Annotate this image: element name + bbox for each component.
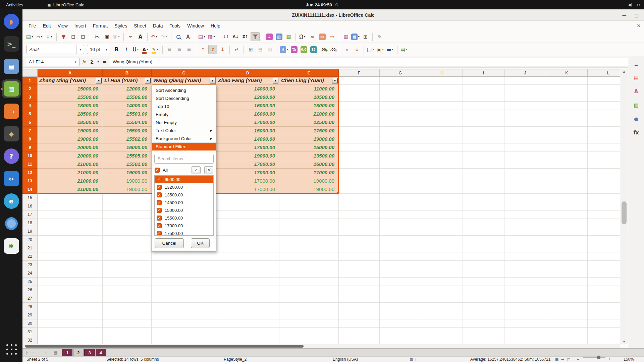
cell-K4[interactable] [546,102,588,110]
cell-E21[interactable] [279,244,339,252]
cell-I16[interactable] [463,202,504,210]
insert-chart-button[interactable]: ▥ [274,32,283,41]
row-header-22[interactable]: 22 [22,252,38,261]
filter-value-15000.00[interactable]: ✓15000.00 [155,206,213,214]
cell-E29[interactable] [279,311,339,319]
column-header-L[interactable]: L [588,69,620,77]
row-header-1[interactable]: 1 [22,77,38,85]
cell-F7[interactable] [339,127,380,135]
cell-D21[interactable] [216,244,279,252]
cell-G4[interactable] [380,102,421,110]
column-header-B[interactable]: B [103,69,152,77]
dropdown-arrow-icon[interactable]: ▾ [136,48,139,51]
cell-A24[interactable] [38,269,103,278]
cell-B8[interactable]: 15502.00 [103,135,152,143]
cell-E17[interactable] [279,210,339,219]
filter-button-C[interactable]: ▼ [210,78,215,83]
cell-I12[interactable] [463,169,504,177]
cell-G6[interactable] [380,118,421,127]
cell-B13[interactable]: 19000.00 [103,177,152,185]
cell-F4[interactable] [339,102,380,110]
terminal-icon[interactable]: >_ [2,35,21,53]
all-checkbox-checked-icon[interactable]: ✓ [155,168,160,173]
clear-formatting-button[interactable]: A [136,32,145,41]
filter-menu-item-top-10[interactable]: Top 10 [152,102,216,110]
cell-L29[interactable] [588,311,620,319]
cell-E23[interactable] [279,261,339,269]
cell-C27[interactable] [152,294,216,303]
cell-H19[interactable] [421,227,463,236]
cell-B24[interactable] [103,269,152,278]
view-mode-icon[interactable]: ▦ [555,357,558,362]
cell-G8[interactable] [380,135,421,143]
cell-L10[interactable] [588,152,620,160]
cell-J28[interactable] [504,303,546,311]
name-box[interactable]: A1:E14 ▾ [26,58,79,66]
cell-D6[interactable]: 17000.00 [216,118,279,127]
dropdown-arrow-icon[interactable]: ▾ [50,35,53,38]
cell-B19[interactable] [103,227,152,236]
cell-A5[interactable]: 18500.00 [38,110,103,118]
cell-E28[interactable] [279,303,339,311]
cell-D10[interactable]: 19000.00 [216,152,279,160]
cell-E7[interactable]: 17500.00 [279,127,339,135]
cell-G28[interactable] [380,303,421,311]
cell-A18[interactable] [38,219,103,227]
cell-K13[interactable] [546,177,588,185]
os-app-indicator[interactable]: ▣ LibreOffice Calc [47,2,84,7]
dropdown-arrow-icon[interactable]: ▾ [303,35,306,38]
row-header-19[interactable]: 19 [22,227,38,236]
cell-K21[interactable] [546,244,588,252]
cell-L11[interactable] [588,160,620,169]
cell-F11[interactable] [339,160,380,169]
cell-G32[interactable] [380,336,421,344]
cell-A20[interactable] [38,236,103,244]
cell-J20[interactable] [504,236,546,244]
checkbox-checked-icon[interactable]: ✓ [157,231,162,236]
cell-E6[interactable]: 12500.00 [279,118,339,127]
cell-I11[interactable] [463,160,504,169]
sort-descending-button[interactable]: Z↑ [241,32,250,41]
cell-A32[interactable] [38,336,103,344]
cell-F28[interactable] [339,303,380,311]
menu-edit[interactable]: Edit [40,21,54,31]
cell-L14[interactable] [588,185,620,194]
cell-D5[interactable]: 16000.00 [216,110,279,118]
italic-button[interactable]: I [122,45,131,54]
cell-H3[interactable] [421,93,463,102]
cell-K12[interactable] [546,169,588,177]
cell-A29[interactable] [38,311,103,319]
new-sheet-button[interactable]: ▦ [52,350,59,356]
row-header-25[interactable]: 25 [22,278,38,286]
cell-C25[interactable] [152,278,216,286]
cell-I2[interactable] [463,85,504,93]
borders-button[interactable]: □▾ [366,45,375,54]
properties-icon[interactable]: ▤ [631,73,641,82]
cell-E14[interactable]: 19000.00 [279,185,339,194]
row-header-16[interactable]: 16 [22,202,38,210]
column-button[interactable]: ▥▾ [207,32,216,41]
cell-F12[interactable] [339,169,380,177]
cell-E24[interactable] [279,269,339,278]
cell-G30[interactable] [380,319,421,328]
cell-G29[interactable] [380,311,421,319]
export-pdf-button[interactable]: ▼ [59,32,68,41]
cell-F18[interactable] [339,219,380,227]
minimize-button[interactable]: — [622,13,627,18]
cell-A25[interactable] [38,278,103,286]
cell-L2[interactable] [588,85,620,93]
cell-H17[interactable] [421,210,463,219]
cell-B22[interactable] [103,252,152,261]
cell-C30[interactable] [152,319,216,328]
libreoffice-calc-icon[interactable]: ▦ [2,79,21,98]
cell-E4[interactable]: 13000.00 [279,102,339,110]
column-header-I[interactable]: I [463,69,504,77]
cell-A22[interactable] [38,252,103,261]
cell-L15[interactable] [588,194,620,202]
save-button[interactable]: ↧▾ [45,32,54,41]
dropdown-arrow-icon[interactable]: ▾ [203,35,206,38]
cell-E11[interactable]: 16000.00 [279,160,339,169]
cell-H24[interactable] [421,269,463,278]
cell-K26[interactable] [546,286,588,294]
row-header-12[interactable]: 12 [22,169,38,177]
